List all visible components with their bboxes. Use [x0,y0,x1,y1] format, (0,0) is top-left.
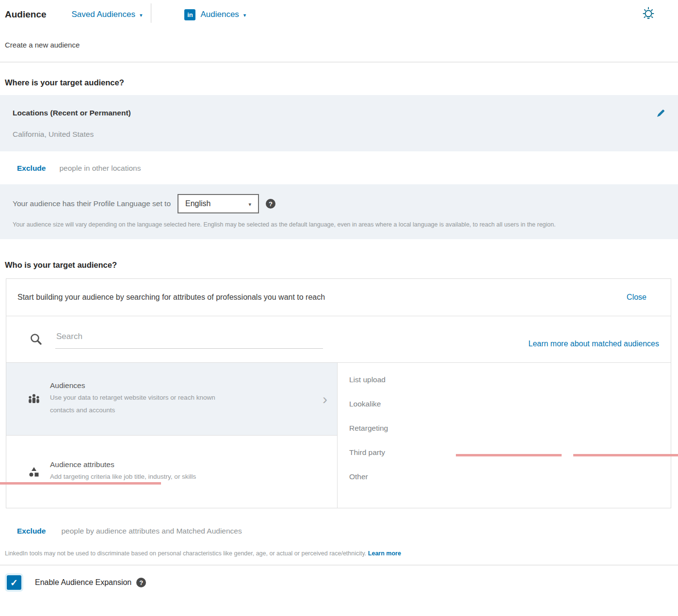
saved-audiences-dropdown[interactable]: Saved Audiences ▾ [72,10,143,19]
attribute-menu: Audiences Use your data to retarget webs… [6,363,338,508]
linkedin-audiences-label: Audiences [200,10,239,19]
page-title: Audience [5,9,47,20]
linkedin-icon: in [184,9,195,20]
audiences-submenu: List upload Lookalike Retargeting Third … [338,363,671,508]
menu-item-title: Audience attributes [50,460,328,469]
menu-item-audiences[interactable]: Audiences Use your data to retarget webs… [6,363,337,436]
discrimination-disclaimer: LinkedIn tools may not be used to discri… [5,550,678,557]
exclude-attributes-text: people by audience attributes and Matche… [61,527,242,535]
divider [151,3,151,23]
submenu-item-list-upload[interactable]: List upload [349,368,671,392]
menu-item-audience-attributes[interactable]: Audience attributes Add targeting criter… [6,436,337,508]
help-icon[interactable]: ? [136,578,146,587]
profile-language-select[interactable]: English ▾ [178,194,259,213]
lightbulb-icon[interactable] [640,6,657,23]
menu-item-description: Use your data to retarget website visito… [50,391,217,416]
chevron-down-icon: ▾ [249,201,252,207]
exclude-attributes-button[interactable]: Exclude [17,527,46,535]
exclude-attributes-row: Exclude people by audience attributes an… [17,527,678,535]
language-label: Your audience has their Profile Language… [13,199,171,208]
exclude-locations-row: Exclude people in other locations [17,164,678,173]
builder-intro-text: Start building your audience by searchin… [17,293,325,302]
help-icon[interactable]: ? [266,199,275,209]
location-section-heading: Where is your target audience? [5,78,678,87]
locations-label: Locations (Recent or Permanent) [13,109,131,117]
menu-item-title: Audiences [50,381,323,390]
audience-expansion-checkbox[interactable]: ✓ [7,575,21,590]
menu-item-description: Add targeting criteria like job title, i… [50,470,217,483]
saved-audiences-label: Saved Audiences [72,10,135,19]
learn-more-matched-audiences-link[interactable]: Learn more about matched audiences [528,331,659,348]
search-icon [30,333,43,346]
close-button[interactable]: Close [627,293,646,302]
submenu-item-lookalike[interactable]: Lookalike [349,392,671,416]
submenu-item-other[interactable]: Other [349,465,671,489]
language-panel: Your audience has their Profile Language… [0,184,678,239]
language-note: Your audience size will vary depending o… [13,219,658,230]
linkedin-audiences-dropdown[interactable]: Audiences ▾ [200,10,246,19]
audience-builder-panel: Start building your audience by searchin… [6,278,671,508]
targeting-section-heading: Who is your target audience? [5,260,678,270]
annotation-line [0,482,161,485]
chevron-down-icon: ▾ [140,12,143,18]
divider [0,62,678,63]
annotation-line [573,454,678,456]
chevron-down-icon: ▾ [243,12,246,18]
people-group-icon [27,392,43,406]
exclude-locations-text: people in other locations [59,164,141,173]
exclude-locations-button[interactable]: Exclude [17,164,46,173]
top-bar: Audience Saved Audiences ▾ in Audiences … [0,0,678,23]
shapes-icon [27,465,43,479]
create-audience-subtitle: Create a new audience [5,41,678,49]
learn-more-link[interactable]: Learn more [368,550,401,557]
submenu-item-retargeting[interactable]: Retargeting [349,416,671,440]
audience-expansion-label: Enable Audience Expansion [35,578,131,587]
audience-expansion-row: ✓ Enable Audience Expansion ? [7,575,678,590]
locations-value: California, United States [13,130,665,139]
disclaimer-text: LinkedIn tools may not be used to discri… [5,550,366,557]
search-input[interactable] [55,330,323,349]
submenu-item-third-party[interactable]: Third party [349,440,671,465]
chevron-right-icon: › [323,391,327,407]
locations-panel: Locations (Recent or Permanent) Californ… [0,95,678,151]
annotation-line [456,454,562,456]
edit-pencil-icon[interactable] [656,109,665,118]
divider [0,565,678,566]
selected-language: English [185,199,210,208]
